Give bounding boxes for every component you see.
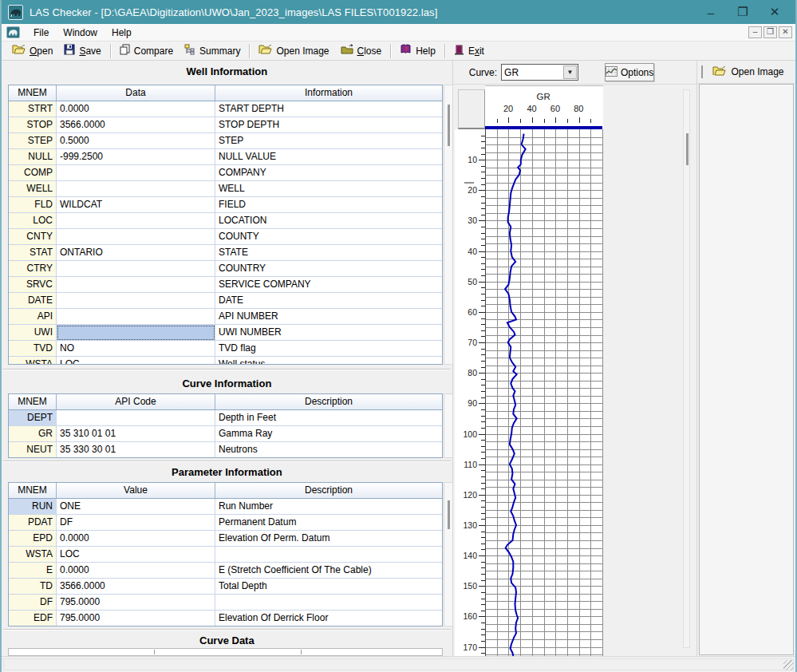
data-cell[interactable] [57, 325, 215, 341]
column-header-information[interactable]: Information [215, 85, 442, 101]
info-cell[interactable]: FIELD [215, 197, 442, 213]
mnem-cell[interactable]: STAT [9, 245, 57, 261]
options-button[interactable]: Options [605, 63, 654, 81]
data-cell[interactable] [57, 229, 215, 245]
mnem-cell[interactable]: GR [9, 426, 57, 442]
minimize-icon[interactable]: – [695, 1, 727, 23]
data-cell[interactable] [57, 213, 215, 229]
mnem-cell[interactable]: TVD [9, 341, 57, 357]
data-cell[interactable]: 0.0000 [57, 531, 215, 547]
data-cell[interactable] [57, 277, 215, 293]
info-cell[interactable]: LOCATION [215, 213, 442, 229]
close-icon[interactable]: ✕ [759, 1, 791, 23]
mnem-cell[interactable]: RUN [9, 499, 57, 515]
mnem-cell[interactable]: STEP [9, 133, 57, 149]
menu-window[interactable]: Window [56, 26, 105, 40]
mnem-cell[interactable]: SRVC [9, 277, 57, 293]
menu-file[interactable]: File [26, 26, 56, 40]
mnem-cell[interactable]: DATE [9, 293, 57, 309]
info-cell[interactable]: STOP DEPTH [215, 117, 442, 133]
data-cell[interactable]: DF [57, 515, 215, 531]
info-cell[interactable]: NULL VALUE [215, 149, 442, 165]
column-header-description[interactable]: Description [215, 394, 442, 409]
data-cell[interactable]: 3566.0000 [57, 117, 215, 133]
mnem-cell[interactable]: STOP [9, 117, 57, 133]
info-cell[interactable]: COMPANY [215, 165, 442, 181]
column-header-mnem[interactable]: MNEM [9, 483, 57, 498]
mnem-cell[interactable]: NEUT [9, 442, 57, 458]
mnem-cell[interactable]: EDF [9, 611, 57, 627]
data-cell[interactable]: -999.2500 [57, 149, 215, 165]
mdi-document-icon[interactable] [6, 26, 20, 38]
toolbar-drag-handle[interactable] [701, 65, 703, 78]
data-cell[interactable]: LOC [57, 547, 215, 563]
info-cell[interactable]: COUNTRY [215, 261, 442, 277]
data-cell[interactable] [57, 261, 215, 277]
data-cell[interactable]: 0.0000 [57, 101, 215, 117]
info-cell[interactable]: Gamma Ray [215, 426, 442, 442]
mdi-restore-icon[interactable]: ❐ [763, 26, 777, 38]
chevron-down-icon[interactable]: ▼ [563, 65, 577, 79]
mnem-cell[interactable]: LOC [9, 213, 57, 229]
data-cell[interactable] [57, 181, 215, 197]
mnem-cell[interactable]: WSTA [9, 547, 57, 563]
data-cell[interactable]: WILDCAT [57, 197, 215, 213]
column-header-data[interactable]: Data [57, 85, 215, 101]
save-button[interactable]: Save [58, 42, 106, 60]
maximize-icon[interactable]: ❐ [727, 1, 759, 23]
data-cell[interactable]: ONTARIO [57, 245, 215, 261]
curve-table-scrollbar[interactable] [444, 393, 453, 458]
data-cell[interactable]: LOC [57, 357, 215, 365]
info-cell[interactable]: API NUMBER [215, 309, 442, 325]
info-cell[interactable]: SERVICE COMPANY [215, 277, 442, 293]
info-cell[interactable]: Total Depth [215, 579, 442, 595]
mnem-cell[interactable]: DEPT [9, 410, 57, 426]
data-cell[interactable] [57, 293, 215, 309]
mnem-cell[interactable]: API [9, 309, 57, 325]
column-header-mnem[interactable]: MNEM [9, 394, 57, 409]
close-button[interactable]: Close [335, 42, 388, 60]
data-cell[interactable]: 3566.0000 [57, 579, 215, 595]
info-cell[interactable]: Permanent Datum [215, 515, 442, 531]
mnem-cell[interactable]: TD [9, 579, 57, 595]
well-table-scrollbar[interactable] [444, 85, 453, 365]
column-header-value[interactable]: Value [57, 483, 215, 498]
column-header-api-code[interactable]: API Code [57, 394, 215, 409]
data-cell[interactable]: 795.0000 [57, 595, 215, 611]
curve-combobox[interactable]: GR ▼ [501, 64, 578, 81]
title-bar[interactable]: LAS Checker - [D:\GAEA\Digitization\UWO\… [2, 0, 795, 24]
mdi-minimize-icon[interactable]: – [748, 26, 762, 38]
info-cell[interactable]: COUNTY [215, 229, 442, 245]
compare-button[interactable]: Compare [114, 42, 179, 60]
log-plot-area[interactable] [485, 129, 603, 656]
scrollbar-thumb[interactable] [448, 500, 450, 529]
info-cell[interactable]: Neutrons [215, 442, 442, 458]
open-image-panel-button[interactable]: Open Image [709, 64, 787, 81]
info-cell[interactable]: START DEPTH [215, 101, 442, 117]
mnem-cell[interactable]: NULL [9, 149, 57, 165]
scrollbar-thumb[interactable] [686, 133, 688, 165]
data-cell[interactable] [57, 410, 215, 426]
help-button[interactable]: ? Help [394, 42, 441, 60]
mnem-cell[interactable]: CTRY [9, 261, 57, 277]
info-cell[interactable]: UWI NUMBER [215, 325, 442, 341]
resize-grip-icon[interactable] [783, 660, 794, 670]
info-cell[interactable]: Run Number [215, 499, 442, 515]
curve-data-table-header[interactable] [8, 648, 443, 656]
data-cell[interactable] [57, 165, 215, 181]
menu-help[interactable]: Help [105, 26, 139, 40]
mdi-close-icon[interactable]: ✕ [779, 26, 792, 38]
info-cell[interactable]: WELL [215, 181, 442, 197]
mnem-cell[interactable]: UWI [9, 325, 57, 341]
mnem-cell[interactable]: STRT [9, 101, 57, 117]
data-cell[interactable]: NO [57, 341, 215, 357]
info-cell[interactable]: Elevation Of Derrick Floor [215, 611, 442, 627]
info-cell[interactable]: STEP [215, 133, 442, 149]
data-cell[interactable]: 35 310 01 01 [57, 426, 215, 442]
data-cell[interactable]: 0.0000 [57, 563, 215, 579]
mnem-cell[interactable]: WELL [9, 181, 57, 197]
chart-scrollbar[interactable] [683, 89, 690, 648]
scrollbar-thumb[interactable] [448, 105, 450, 146]
info-cell[interactable]: TVD flag [215, 341, 442, 357]
exit-button[interactable]: Exit [448, 42, 490, 60]
